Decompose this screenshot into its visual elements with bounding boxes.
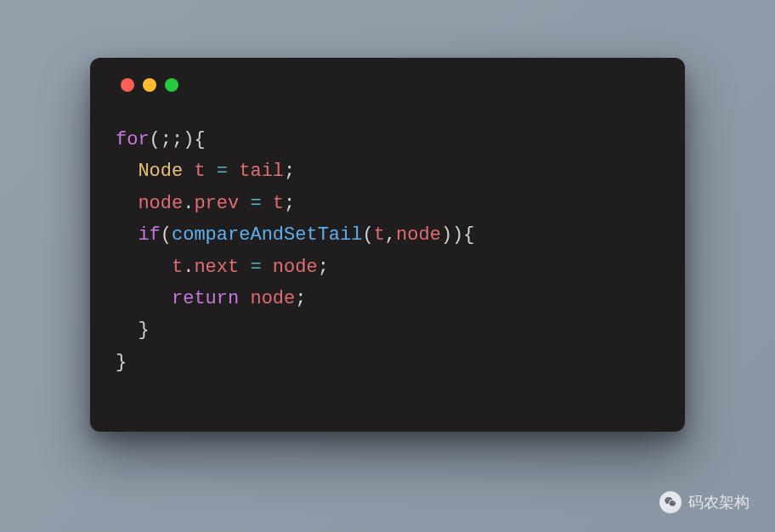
code-token: ; (284, 193, 295, 214)
code-window: for(;;){ Node t = tail; node.prev = t; i… (90, 58, 685, 432)
code-token: if (138, 224, 160, 246)
code-line: t.next = node; (116, 257, 329, 278)
code-token (116, 193, 138, 214)
code-line: if(compareAndSetTail(t,node)){ (116, 224, 474, 246)
code-token (239, 193, 250, 214)
code-token (116, 224, 138, 246)
code-token: , (385, 224, 396, 246)
code-token: ; (295, 288, 306, 309)
code-token (262, 257, 273, 278)
code-token: node (250, 288, 295, 309)
code-token: ( (362, 224, 373, 246)
code-token (116, 320, 138, 341)
code-token: } (116, 352, 127, 373)
code-line: return node; (116, 288, 306, 309)
code-token: t (273, 193, 284, 214)
code-line: Node t = tail; (116, 161, 295, 182)
code-token: for (116, 129, 150, 150)
code-token (239, 257, 250, 278)
code-token (183, 161, 194, 182)
code-token: t (194, 161, 205, 182)
code-token (116, 161, 138, 182)
code-token (116, 257, 172, 278)
code-token (262, 193, 273, 214)
code-block: for(;;){ Node t = tail; node.prev = t; i… (116, 124, 659, 378)
code-line: } (116, 352, 127, 373)
code-token: Node (138, 161, 183, 182)
minimize-icon[interactable] (143, 78, 156, 92)
code-token: compareAndSetTail (172, 224, 362, 246)
code-token: next (194, 257, 239, 278)
code-token: node (273, 257, 318, 278)
code-token: tail (239, 161, 284, 182)
code-token: )){ (441, 224, 475, 246)
code-token (116, 288, 172, 309)
code-token: ; (318, 257, 329, 278)
code-token: ( (161, 224, 172, 246)
code-token: (;;){ (150, 129, 206, 150)
watermark: 码农架构 (659, 491, 750, 513)
code-token (228, 161, 239, 182)
code-token: node (396, 224, 441, 246)
wechat-icon (659, 491, 682, 513)
code-token: t (172, 257, 183, 278)
code-token: node (138, 193, 183, 214)
watermark-text: 码农架构 (688, 492, 750, 512)
close-icon[interactable] (121, 78, 134, 92)
code-line: for(;;){ (116, 129, 206, 150)
code-token (239, 288, 250, 309)
code-token: ; (284, 161, 295, 182)
code-token: return (172, 288, 239, 309)
code-line: node.prev = t; (116, 193, 295, 214)
code-token: = (250, 257, 261, 278)
code-token: prev (194, 193, 239, 214)
code-token: = (217, 161, 228, 182)
code-token: = (250, 193, 261, 214)
code-line: } (116, 320, 150, 341)
code-token: } (138, 320, 149, 341)
code-token: t (374, 224, 385, 246)
code-token: . (183, 257, 194, 278)
code-token (206, 161, 217, 182)
window-controls (121, 78, 659, 92)
zoom-icon[interactable] (165, 78, 178, 92)
code-token: . (183, 193, 194, 214)
